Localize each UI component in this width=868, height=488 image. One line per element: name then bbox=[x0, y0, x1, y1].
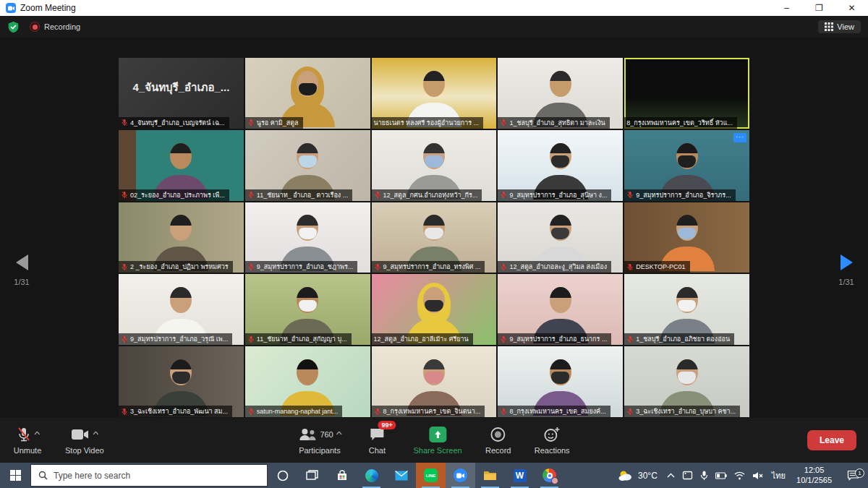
video-tile[interactable]: 9_สมุทรปราการ_อำเภอ_วรุณี เพ... bbox=[119, 274, 244, 345]
wifi-tray-button[interactable] bbox=[731, 471, 749, 480]
video-tile[interactable]: 11_ชัยนาท_ อำเภอ_ ดาวเรือง ... bbox=[245, 130, 370, 201]
stop-video-label: Stop Video bbox=[65, 446, 104, 455]
view-button[interactable]: View bbox=[818, 20, 861, 33]
video-tile[interactable]: 12_สตูล_อำเภอละงู_สุวิมล สงเมือง bbox=[498, 202, 623, 273]
participant-name: นูรอ คามิ_สตูล bbox=[257, 118, 299, 128]
task-view-button[interactable] bbox=[297, 463, 327, 488]
face-mask bbox=[425, 228, 443, 240]
page-indicator-left: 1/31 bbox=[0, 278, 43, 286]
taskbar-clock[interactable]: 12:05 10/1/2565 bbox=[791, 466, 838, 486]
weather-widget[interactable]: 30°C bbox=[612, 470, 663, 481]
encryption-shield-icon[interactable] bbox=[7, 21, 20, 33]
mic-muted-icon bbox=[121, 191, 128, 199]
face-mask bbox=[172, 372, 190, 384]
video-tile[interactable]: DESKTOP-PC01 bbox=[624, 202, 749, 273]
file-explorer-button[interactable] bbox=[475, 463, 505, 488]
participant-name: 9_สมุทรปราการ_อำเภอ_ทรงพิศ ... bbox=[383, 262, 481, 272]
participant-name-bar: 2 _ระยอง_อำเภอ_ปฏิมา พรหมศวร bbox=[119, 261, 233, 273]
video-tile[interactable]: 1_ชลบุรี_อำเภอ_อภิชยา ตองอ่อน bbox=[624, 274, 749, 345]
unmute-button[interactable]: ^ Unmute bbox=[4, 426, 51, 455]
line-button[interactable]: LINE bbox=[416, 463, 446, 488]
video-tile[interactable]: satun-manang-naphat jant... bbox=[245, 346, 370, 417]
video-tile[interactable]: 9_สมุทรปราการ_อำเภอ_ธนากร ... bbox=[498, 274, 623, 345]
video-tile[interactable]: 2 _ระยอง_อำเภอ_ปฏิมา พรหมศวร bbox=[119, 202, 244, 273]
participants-chevron[interactable]: ^ bbox=[336, 431, 342, 439]
video-tile[interactable]: 8_กรุงเทพมหานคร_เขต_จินตนา... bbox=[372, 346, 497, 417]
language-indicator[interactable]: ไทย bbox=[767, 469, 791, 482]
participants-button[interactable]: 760 ^ Participants bbox=[291, 426, 348, 455]
video-tile[interactable]: 1_ชลบุรี_อำเภอ_สุทธิดา มาละเงิน bbox=[498, 58, 623, 129]
video-tile[interactable]: 9_สมุทรปราการ_อำเภอ_ทรงพิศ ... bbox=[372, 202, 497, 273]
chrome-button[interactable] bbox=[535, 463, 564, 488]
video-tile[interactable]: นายธเนตร หลงศรี รองผู้อำนวยการ ... bbox=[372, 58, 497, 129]
video-tile[interactable]: 3_ฉะเชิงเทรา_อำเภอ_บุษบา คชา... bbox=[624, 346, 749, 417]
participant-name-bar: 9_สมุทรปราการ_อำเภอ_ชฎาพร... bbox=[245, 261, 358, 273]
microsoft-store-button[interactable] bbox=[327, 463, 357, 488]
taskbar-search[interactable]: Type here to search bbox=[30, 464, 268, 487]
participant-name: 9_สมุทรปราการ_อำเภอ_จิราภร... bbox=[636, 190, 731, 200]
video-tile[interactable]: 3_ฉะเชิงเทรา_อำเภอ_พัฒนา สม... bbox=[119, 346, 244, 417]
participant-name-bar: 11_ชัยนาท_อำเภอ_สุกัญญา บุ... bbox=[245, 333, 352, 345]
video-tile[interactable]: 9_สมุทรปราการ_อำเภอ_ชฎาพร... bbox=[245, 202, 370, 273]
close-button[interactable]: ✕ bbox=[835, 0, 868, 16]
video-tile[interactable]: 02_ระยอง_อำเภอ_ประภาพร เพื... bbox=[119, 130, 244, 201]
zoom-app-button[interactable] bbox=[446, 463, 475, 488]
battery-tray-button[interactable] bbox=[712, 472, 731, 479]
file-explorer-icon bbox=[483, 470, 497, 481]
start-button[interactable] bbox=[0, 463, 30, 488]
stop-video-button[interactable]: ^ Stop Video bbox=[58, 426, 111, 455]
video-gallery: 1/31 4_จันทบุรี_อำเภอ_...4_จันทบุรี_อำเภ… bbox=[0, 38, 868, 418]
tray-expand-button[interactable] bbox=[663, 473, 678, 478]
video-tile[interactable]: 12_สตูล_อำเภอ_อาลีเม้าะ ศรียาน bbox=[372, 274, 497, 345]
mic-muted-icon bbox=[121, 119, 128, 127]
video-tile[interactable]: 11_ชัยนาท_อำเภอ_สุกัญญา บุ... bbox=[245, 274, 370, 345]
previous-page-control[interactable]: 1/31 bbox=[0, 254, 43, 286]
reactions-button[interactable]: Reactions bbox=[527, 426, 577, 455]
video-tile[interactable]: นูรอ คามิ_สตูล bbox=[245, 58, 370, 129]
video-tile[interactable]: 8_กรุงเทพมหานคร_เขต_สมยงค์... bbox=[498, 346, 623, 417]
video-tile[interactable]: 8_กรุงเทพมหานคร_เขต_วริทธิ์ หัวแ... bbox=[624, 58, 749, 129]
volume-muted-tray-button[interactable] bbox=[749, 471, 767, 480]
cortana-button[interactable] bbox=[268, 463, 297, 488]
arrow-left-icon[interactable] bbox=[16, 254, 28, 270]
share-screen-button[interactable]: Share Screen bbox=[406, 426, 469, 455]
mic-muted-icon bbox=[121, 335, 128, 343]
video-tile[interactable]: ···9_สมุทรปราการ_อำเภอ_จิราภร... bbox=[624, 130, 749, 201]
edge-button[interactable] bbox=[357, 463, 386, 488]
arrow-right-icon[interactable] bbox=[841, 254, 853, 270]
minimize-button[interactable]: – bbox=[770, 0, 803, 16]
mic-muted-icon bbox=[247, 119, 255, 127]
mic-muted-icon bbox=[626, 191, 634, 199]
mic-muted-icon bbox=[374, 263, 381, 271]
restore-button[interactable]: ❐ bbox=[803, 0, 835, 16]
zoom-meeting-window: Zoom Meeting – ❐ ✕ Recording View bbox=[0, 0, 868, 488]
recording-indicator[interactable]: Recording bbox=[30, 22, 80, 32]
task-view-icon bbox=[306, 470, 318, 481]
microphone-tray-button[interactable] bbox=[697, 471, 712, 481]
participant-name-bar: satun-manang-naphat jant... bbox=[245, 406, 343, 417]
action-center-button[interactable]: 1 bbox=[838, 470, 868, 481]
windows-logo-icon bbox=[10, 470, 21, 481]
participant-name-bar: 8_กรุงเทพมหานคร_เขต_วริทธิ์ หัวแ... bbox=[624, 117, 737, 129]
face-mask bbox=[299, 155, 317, 168]
participant-name-bar: 9_สมุทรปราการ_อำเภอ_ทรงพิศ ... bbox=[372, 261, 485, 273]
mail-button[interactable] bbox=[386, 463, 416, 488]
leave-button[interactable]: Leave bbox=[807, 430, 856, 450]
clock-time: 12:05 bbox=[796, 466, 832, 476]
tile-more-button[interactable]: ··· bbox=[733, 133, 746, 142]
participant-name: 12_สตูล_อำเภอ_อาลีเม้าะ ศรียาน bbox=[374, 334, 469, 344]
next-page-control[interactable]: 1/31 bbox=[825, 254, 868, 286]
video-tile[interactable]: 4_จันทบุรี_อำเภอ_...4_จันทบุรี_อำเภอ_เบญ… bbox=[119, 58, 244, 129]
participant-name-bar: นายธเนตร หลงศรี รองผู้อำนวยการ ... bbox=[372, 117, 483, 129]
device-tray-button[interactable] bbox=[678, 471, 697, 480]
video-tile[interactable]: 12_สตูล_กศน.อำเภอทุ่งหว้า_กีร... bbox=[372, 130, 497, 201]
video-tile[interactable]: 9_สมุทรปราการ_อำเภอ_สุนิษา ง... bbox=[498, 130, 623, 201]
chat-button[interactable]: 99+ Chat bbox=[354, 426, 400, 455]
participant-name-bar: 12_สตูล_อำเภอ_อาลีเม้าะ ศรียาน bbox=[372, 333, 473, 345]
stop-video-chevron[interactable]: ^ bbox=[93, 431, 99, 439]
record-button[interactable]: Record bbox=[475, 426, 522, 455]
participant-name-bar: DESKTOP-PC01 bbox=[624, 261, 689, 273]
word-button[interactable]: W bbox=[505, 463, 535, 488]
participant-name: 11_ชัยนาท_อำเภอ_สุกัญญา บุ... bbox=[257, 334, 347, 344]
unmute-chevron[interactable]: ^ bbox=[34, 431, 40, 439]
